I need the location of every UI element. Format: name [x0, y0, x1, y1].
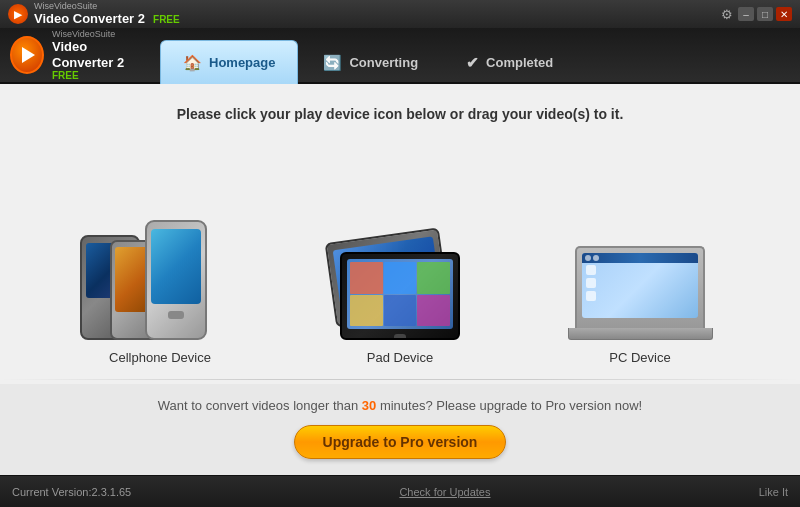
- tile-2: [384, 262, 417, 294]
- logo-text: WiseVideoSuite Video Converter 2 FREE: [34, 2, 180, 27]
- promo-text-2: minutes? Please upgrade to Pro version n…: [376, 398, 642, 413]
- header-logo-main: Video Converter 2: [52, 39, 150, 70]
- tile-5: [384, 295, 417, 327]
- tablet-front-screen: [347, 259, 453, 329]
- laptop-base: [568, 328, 713, 340]
- header: WiseVideoSuite Video Converter 2 FREE 🏠 …: [0, 28, 800, 84]
- minimize-button[interactable]: –: [738, 7, 754, 21]
- tab-completed[interactable]: ✔ Completed: [443, 40, 576, 84]
- settings-icon[interactable]: ⚙: [719, 7, 735, 21]
- pc-label: PC Device: [609, 350, 670, 365]
- logo-area: WiseVideoSuite Video Converter 2 FREE: [0, 28, 160, 82]
- laptop: [568, 246, 713, 340]
- laptop-screen-part: [575, 246, 705, 328]
- tab-homepage-label: Homepage: [209, 55, 275, 70]
- check-updates-link[interactable]: Check for Updates: [399, 486, 490, 498]
- title-bar-left: ▶ WiseVideoSuite Video Converter 2 FREE: [8, 2, 180, 27]
- instruction-text: Please click your play device icon below…: [177, 84, 624, 136]
- laptop-icon-2: [586, 278, 596, 288]
- status-bar: Current Version:2.3.1.65 Check for Updat…: [0, 475, 800, 507]
- divider: [0, 379, 800, 380]
- play-icon: [22, 47, 35, 63]
- tablet-home-btn: [394, 334, 406, 340]
- laptop-icon-1: [586, 265, 596, 275]
- app-logo-icon: ▶: [8, 4, 28, 24]
- tab-completed-label: Completed: [486, 55, 553, 70]
- nav-tabs: 🏠 Homepage 🔄 Converting ✔ Completed: [160, 28, 800, 82]
- tab-converting-label: Converting: [349, 55, 418, 70]
- app-icon: [10, 36, 44, 74]
- upgrade-button[interactable]: Upgrade to Pro version: [294, 425, 507, 459]
- like-it-link[interactable]: Like It: [759, 486, 788, 498]
- tile-1: [350, 262, 383, 294]
- tab-homepage[interactable]: 🏠 Homepage: [160, 40, 298, 84]
- devices-row: Cellphone Device: [70, 136, 730, 375]
- version-text: Current Version:2.3.1.65: [12, 486, 131, 498]
- main-content: Please click your play device icon below…: [0, 84, 800, 475]
- laptop-icon-3: [586, 291, 596, 301]
- tile-4: [350, 295, 383, 327]
- tablet-front: [340, 252, 460, 340]
- tab-converting[interactable]: 🔄 Converting: [300, 40, 441, 84]
- promo-text-1: Want to convert videos longer than: [158, 398, 362, 413]
- tile-6: [417, 295, 450, 327]
- device-pad[interactable]: Pad Device: [310, 210, 490, 365]
- completed-icon: ✔: [466, 54, 479, 72]
- cellphone-label: Cellphone Device: [109, 350, 211, 365]
- pc-group: [560, 210, 720, 340]
- phone-front-screen: [151, 229, 201, 304]
- header-logo-text: WiseVideoSuite Video Converter 2 FREE: [52, 29, 150, 81]
- laptop-taskbar: [582, 253, 698, 263]
- header-free-badge: FREE: [52, 70, 150, 81]
- tile-3: [417, 262, 450, 294]
- title-bar: ▶ WiseVideoSuite Video Converter 2 FREE …: [0, 0, 800, 28]
- logo-main-text: Video Converter 2: [34, 11, 145, 27]
- logo-top-text: WiseVideoSuite: [34, 2, 180, 11]
- pc-image: [560, 210, 720, 340]
- close-button[interactable]: ✕: [776, 7, 792, 21]
- window-controls[interactable]: ⚙ – □ ✕: [719, 7, 792, 21]
- phone-home-btn: [168, 311, 184, 319]
- device-pc[interactable]: PC Device: [550, 210, 730, 365]
- pad-label: Pad Device: [367, 350, 433, 365]
- phone-front: [145, 220, 207, 340]
- taskbar-dot-1: [585, 255, 591, 261]
- free-badge: FREE: [153, 14, 180, 25]
- promo-highlight: 30: [362, 398, 376, 413]
- laptop-icons: [586, 265, 596, 301]
- cellphone-image: [80, 210, 240, 340]
- promo-text: Want to convert videos longer than 30 mi…: [158, 398, 642, 413]
- pads-group: [320, 210, 480, 340]
- taskbar-dot-2: [593, 255, 599, 261]
- device-cellphone[interactable]: Cellphone Device: [70, 210, 250, 365]
- laptop-screen-inner: [582, 253, 698, 318]
- homepage-icon: 🏠: [183, 54, 202, 72]
- header-logo-top: WiseVideoSuite: [52, 29, 150, 39]
- phones-group: [80, 210, 240, 340]
- pad-image: [320, 210, 480, 340]
- converting-icon: 🔄: [323, 54, 342, 72]
- maximize-button[interactable]: □: [757, 7, 773, 21]
- promo-section: Want to convert videos longer than 30 mi…: [0, 384, 800, 475]
